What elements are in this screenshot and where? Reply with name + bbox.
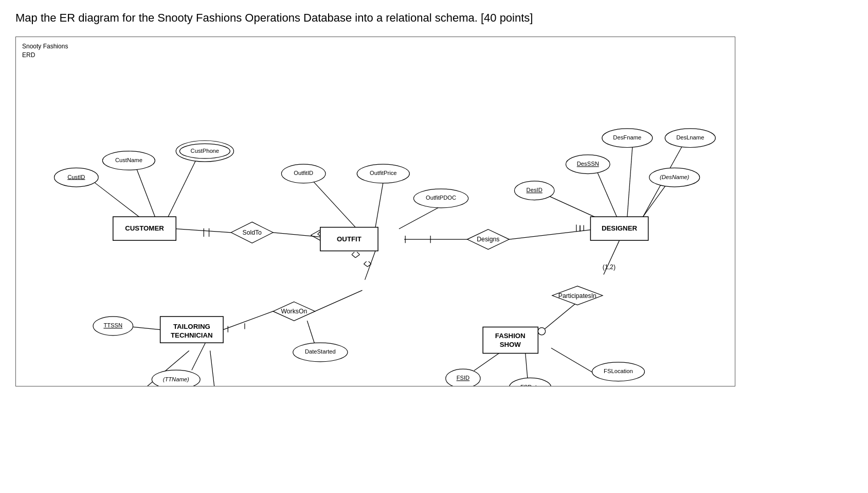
svg-line-1 xyxy=(137,169,155,217)
svg-line-39 xyxy=(551,348,596,374)
svg-text:OUTFIT: OUTFIT xyxy=(337,235,361,242)
svg-line-110 xyxy=(352,252,354,254)
svg-text:DesLname: DesLname xyxy=(676,134,704,140)
svg-text:CustName: CustName xyxy=(115,157,142,163)
svg-line-18 xyxy=(598,172,617,217)
svg-text:CustID: CustID xyxy=(67,173,85,180)
svg-line-109 xyxy=(355,254,359,257)
er-diagram: Snooty Fashions ERD xyxy=(15,37,735,386)
svg-line-22 xyxy=(365,251,375,279)
svg-line-27 xyxy=(223,311,273,330)
svg-text:Designs: Designs xyxy=(477,236,499,243)
svg-line-23 xyxy=(364,264,368,267)
svg-text:(1,2): (1,2) xyxy=(603,263,616,271)
svg-line-101 xyxy=(311,235,320,240)
svg-text:FSID: FSID xyxy=(457,375,470,381)
svg-text:OutfitPrice: OutfitPrice xyxy=(370,170,396,176)
svg-point-106 xyxy=(538,327,545,334)
svg-text:DesID: DesID xyxy=(527,187,542,193)
svg-line-10 xyxy=(375,182,383,227)
svg-text:FASHION: FASHION xyxy=(495,332,526,340)
svg-text:DesFname: DesFname xyxy=(613,134,641,140)
svg-line-111 xyxy=(357,252,359,254)
svg-text:SoldTo: SoldTo xyxy=(242,229,262,236)
svg-line-108 xyxy=(352,254,355,257)
svg-text:TTSSN: TTSSN xyxy=(103,322,122,328)
svg-line-11 xyxy=(399,206,441,229)
svg-text:(DesName): (DesName) xyxy=(660,173,690,180)
svg-text:SHOW: SHOW xyxy=(500,340,521,348)
svg-text:DesSSN: DesSSN xyxy=(577,161,599,167)
svg-line-19 xyxy=(627,146,632,217)
svg-text:TECHNICIAN: TECHNICIAN xyxy=(171,331,213,339)
svg-text:(TTName): (TTName) xyxy=(163,376,189,382)
svg-line-34 xyxy=(210,350,215,386)
svg-text:FSDate: FSDate xyxy=(520,384,540,386)
svg-text:FSLocation: FSLocation xyxy=(604,368,633,374)
svg-text:CUSTOMER: CUSTOMER xyxy=(125,224,164,232)
svg-text:WorksOn: WorksOn xyxy=(281,308,307,315)
svg-line-0 xyxy=(95,183,144,221)
svg-line-14 xyxy=(509,228,604,239)
svg-line-21 xyxy=(643,184,666,217)
svg-line-24 xyxy=(368,264,371,267)
svg-text:OutfitID: OutfitID xyxy=(294,170,313,176)
svg-text:OutfitPDOC: OutfitPDOC xyxy=(426,195,456,201)
page-title: Map the ER diagram for the Snooty Fashio… xyxy=(15,10,853,26)
svg-text:TAILORING: TAILORING xyxy=(173,323,210,330)
svg-line-25 xyxy=(364,261,367,264)
svg-text:DateStarted: DateStarted xyxy=(305,348,336,355)
svg-line-2 xyxy=(168,158,197,217)
svg-line-9 xyxy=(313,181,356,227)
svg-line-30 xyxy=(315,290,363,311)
svg-text:DESIGNER: DESIGNER xyxy=(602,224,638,232)
svg-line-31 xyxy=(129,326,160,329)
svg-text:CustPhone: CustPhone xyxy=(191,147,220,153)
svg-text:ParticipatesIn: ParticipatesIn xyxy=(558,292,596,299)
